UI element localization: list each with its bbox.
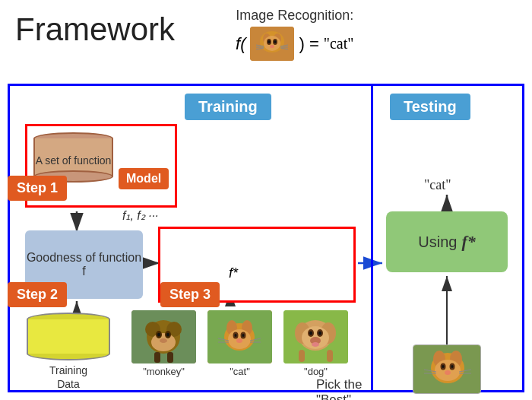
- goodness-label: Goodness of function f: [25, 251, 143, 278]
- image-recognition-section: Image Recognition: f(: [236, 8, 353, 61]
- svg-point-46: [236, 338, 242, 343]
- using-box: Using f*: [386, 211, 508, 272]
- pick-formula: f*: [229, 265, 238, 281]
- svg-point-9: [270, 45, 274, 48]
- svg-point-7: [268, 40, 271, 43]
- formula-f: f(: [236, 34, 245, 54]
- dog-label: "dog": [283, 366, 348, 377]
- training-data-label: TrainingData: [27, 363, 110, 391]
- svg-point-8: [274, 40, 277, 43]
- cat-photo-using: [413, 344, 481, 394]
- function-set-label: A set of function: [36, 154, 112, 167]
- svg-point-72: [451, 365, 454, 368]
- cat-label: "cat": [207, 366, 272, 377]
- using-label: Using: [418, 233, 457, 251]
- using-formula: f*: [461, 232, 475, 252]
- training-data-cylinder: TrainingData: [27, 313, 110, 391]
- animal-dog: "dog": [283, 310, 348, 377]
- model-formula-text: f₁, f₂ ···: [122, 209, 159, 222]
- cat-photo: [207, 310, 272, 363]
- svg-rect-62: [299, 350, 305, 362]
- svg-point-58: [309, 332, 312, 335]
- model-formula: f₁, f₂ ···: [122, 208, 159, 223]
- svg-point-73: [445, 370, 451, 375]
- svg-point-59: [318, 332, 321, 335]
- svg-point-44: [235, 334, 237, 337]
- training-label: Training: [185, 94, 271, 120]
- diagram-container: Training Testing Step 1 Step 2 Step 3 A …: [8, 84, 524, 392]
- svg-rect-36: [167, 352, 173, 363]
- svg-rect-35: [154, 352, 160, 363]
- pick-best-text: Pick the "Best" Function: [316, 377, 366, 400]
- animal-monkey: "monkey": [131, 310, 196, 377]
- svg-point-4: [264, 36, 280, 51]
- animals-section: "monkey": [131, 310, 348, 377]
- section-divider: [371, 86, 373, 390]
- cat-result-text: "cat": [424, 177, 451, 193]
- svg-point-34: [160, 338, 167, 343]
- dog-photo: [283, 310, 348, 363]
- testing-label: Testing: [390, 94, 470, 120]
- cat-result-label: "cat": [424, 177, 451, 192]
- svg-point-33: [166, 333, 169, 337]
- step2-badge: Step 2: [8, 282, 67, 307]
- animal-cat: "cat": [207, 310, 272, 377]
- svg-point-45: [242, 334, 245, 337]
- monkey-label: "monkey": [131, 366, 196, 377]
- monkey-photo: [131, 310, 196, 363]
- formula-cat-result: "cat": [324, 35, 354, 52]
- cat-photo-header: [250, 27, 294, 61]
- svg-point-32: [157, 333, 160, 337]
- pick-formula-text: f*: [229, 265, 238, 281]
- svg-point-71: [442, 365, 445, 368]
- svg-rect-63: [327, 350, 333, 362]
- svg-point-61: [312, 342, 319, 347]
- step3-badge: Step 3: [160, 282, 220, 307]
- page-title: Framework: [15, 11, 175, 48]
- ir-formula: f(: [236, 27, 353, 61]
- ir-label: Image Recognition:: [236, 8, 353, 24]
- formula-eq: ) =: [299, 34, 318, 54]
- model-badge: Model: [119, 168, 169, 189]
- step1-badge: Step 1: [8, 176, 67, 201]
